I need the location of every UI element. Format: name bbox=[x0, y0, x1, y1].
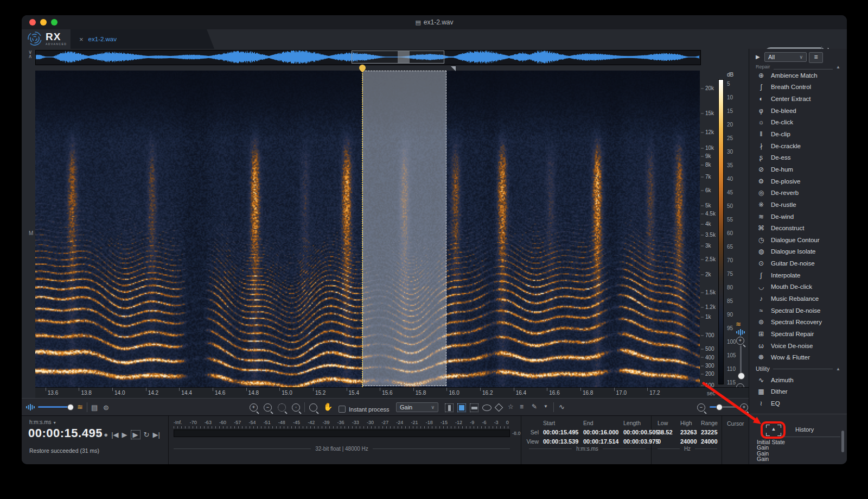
module-item-de-reverb[interactable]: ◎De-reverb bbox=[749, 187, 847, 199]
draw-tool[interactable]: ✎ bbox=[532, 403, 537, 410]
module-label: De-rustle bbox=[771, 201, 796, 208]
process-mode-value: Gain bbox=[400, 404, 412, 410]
module-item-music-rebalance[interactable]: ♪Music Rebalance bbox=[749, 293, 847, 305]
time-selection-tool[interactable] bbox=[445, 403, 454, 412]
module-item-breath-control[interactable]: ʃBreath Control bbox=[749, 81, 847, 93]
zoom-in-button[interactable]: + bbox=[250, 403, 258, 412]
time-tick-label: 16.4 bbox=[516, 390, 526, 396]
brush-tool[interactable] bbox=[495, 403, 503, 412]
previous-button[interactable]: |◀ bbox=[111, 431, 118, 438]
horizontal-zoom-out-button[interactable]: − bbox=[697, 403, 705, 412]
play-selection-button[interactable]: ▶ bbox=[131, 430, 141, 439]
horizontal-zoom-in-button[interactable]: + bbox=[740, 403, 748, 412]
history-scrollbar[interactable] bbox=[841, 431, 844, 452]
module-item-de-ess[interactable]: ʂDe-ess bbox=[749, 151, 847, 163]
magnify-tool[interactable] bbox=[309, 403, 317, 412]
vertical-zoom-knob[interactable] bbox=[738, 372, 745, 380]
tab-close-icon[interactable]: × bbox=[79, 35, 84, 43]
history-item-gain[interactable]: Gain bbox=[757, 456, 785, 462]
section-header-utility[interactable]: Utility▲ bbox=[749, 363, 847, 374]
module-item-ambience-match[interactable]: ⊕Ambience Match bbox=[749, 70, 847, 81]
harmonics-tool[interactable]: ≡ bbox=[520, 403, 524, 410]
signal-chain-icon[interactable]: ∿ bbox=[559, 403, 565, 411]
spectrogram-view[interactable] bbox=[35, 71, 700, 387]
zoom-selection-button[interactable] bbox=[278, 403, 286, 412]
instant-process-checkbox[interactable] bbox=[339, 406, 346, 413]
triangle-up-icon: ▲ bbox=[766, 427, 781, 432]
spectrogram-view-icon[interactable]: ≋ bbox=[736, 320, 741, 328]
module-item-dialogue-contour[interactable]: ◷Dialogue Contour bbox=[749, 234, 847, 246]
module-item-dialogue-isolate[interactable]: ◍Dialogue Isolate bbox=[749, 246, 847, 258]
module-item-spectral-repair[interactable]: ⊞Spectral Repair bbox=[749, 328, 847, 340]
module-item-deconstruct[interactable]: ⌘Deconstruct bbox=[749, 222, 847, 234]
module-item-interpolate[interactable]: ∫Interpolate bbox=[749, 269, 847, 281]
module-item-de-clip[interactable]: ‖De-clip bbox=[749, 128, 847, 140]
process-mode-dropdown[interactable]: Gain∨ bbox=[396, 402, 438, 412]
file-tab[interactable]: × ex1-2.wav bbox=[71, 29, 214, 49]
module-item-eq[interactable]: ≀EQ bbox=[749, 397, 847, 409]
module-item-center-extract[interactable]: ◐Center Extract bbox=[749, 93, 847, 105]
freq-tick: 300 bbox=[701, 362, 714, 368]
db-colorbar[interactable] bbox=[718, 79, 724, 384]
magic-wand-tool[interactable]: ☆ bbox=[508, 403, 514, 410]
time-selection-rect[interactable] bbox=[362, 71, 447, 386]
more-tools-dropdown[interactable]: ▼ bbox=[544, 404, 548, 409]
time-format-dropdown[interactable]: h:m:s.ms ▼ bbox=[29, 419, 56, 425]
hand-tool[interactable]: ✋ bbox=[323, 402, 333, 411]
play-button[interactable]: ▶ bbox=[122, 431, 127, 438]
module-item-de-rustle[interactable]: ※De-rustle bbox=[749, 199, 847, 211]
comments-icon[interactable]: ⊜ bbox=[103, 403, 109, 412]
blend-slider-knob[interactable] bbox=[67, 404, 74, 410]
module-item-de-plosive[interactable]: ⚙De-plosive bbox=[749, 175, 847, 187]
horizontal-zoom-knob[interactable] bbox=[716, 404, 723, 410]
module-menu-button[interactable]: ≡ bbox=[809, 52, 823, 63]
wave-spec-blend-slider[interactable] bbox=[38, 406, 74, 408]
utility-module-list: ∿Azimuth▦Dither≀EQ bbox=[749, 374, 847, 409]
history-collapse-button[interactable]: ▲ bbox=[766, 425, 781, 436]
module-item-de-click[interactable]: ☼De-click bbox=[749, 117, 847, 129]
tab-label: ex1-2.wav bbox=[88, 36, 117, 42]
module-item-spectral-recovery[interactable]: ⊚Spectral Recovery bbox=[749, 316, 847, 328]
module-item-azimuth[interactable]: ∿Azimuth bbox=[749, 374, 847, 386]
time-tick-label: 14.0 bbox=[114, 390, 125, 396]
time-frequency-selection-tool[interactable] bbox=[457, 403, 466, 412]
module-item-mouth-de-click[interactable]: ◡Mouth De-click bbox=[749, 281, 847, 293]
waveform-overview[interactable] bbox=[35, 50, 701, 65]
vertical-zoom-in-button[interactable]: + bbox=[736, 337, 744, 345]
module-item-spectral-de-noise[interactable]: ≈Spectral De-noise bbox=[749, 305, 847, 317]
module-item-de-hum[interactable]: ⊘De-hum bbox=[749, 163, 847, 175]
instant-process-toggle[interactable]: Instant process bbox=[339, 404, 390, 414]
go-to-end-button[interactable]: ▶| bbox=[152, 431, 159, 438]
lasso-tool[interactable] bbox=[482, 405, 492, 411]
waveform-view-icon[interactable] bbox=[736, 329, 745, 336]
corner-bracket-icon bbox=[766, 433, 770, 436]
monitor-button[interactable]: ∩ bbox=[95, 431, 100, 438]
frequency-selection-tool[interactable] bbox=[470, 403, 478, 412]
freq-tick: 12k bbox=[701, 129, 714, 135]
panel-collapse-handles[interactable]: ∨∧ bbox=[28, 50, 32, 59]
module-label: Azimuth bbox=[771, 377, 794, 383]
time-ruler[interactable]: sec 13.613.814.014.214.414.614.815.015.2… bbox=[35, 387, 749, 399]
wow-flutter-icon: ☸ bbox=[757, 353, 765, 361]
module-item-voice-de-noise[interactable]: ωVoice De-noise bbox=[749, 340, 847, 352]
loop-button[interactable]: ↻ bbox=[144, 431, 150, 438]
module-item-de-wind[interactable]: ≋De-wind bbox=[749, 211, 847, 223]
zoom-fit-button[interactable]: ◦ bbox=[292, 403, 300, 412]
module-item-dither[interactable]: ▦Dither bbox=[749, 386, 847, 398]
session-notes-icon[interactable]: ▤ bbox=[91, 403, 98, 412]
horizontal-zoom-slider[interactable] bbox=[710, 406, 737, 408]
module-item-de-bleed[interactable]: φDe-bleed bbox=[749, 105, 847, 117]
section-header-repair[interactable]: Repair▲ bbox=[749, 64, 847, 70]
preview-play-icon[interactable]: ▶ bbox=[756, 54, 760, 60]
module-item-guitar-de-noise[interactable]: ⊙Guitar De-noise bbox=[749, 257, 847, 269]
zoom-out-button[interactable]: − bbox=[264, 403, 272, 412]
module-item-wow-flutter[interactable]: ☸Wow & Flutter bbox=[749, 351, 847, 363]
module-item-de-crackle[interactable]: ∤De-crackle bbox=[749, 140, 847, 152]
record-button[interactable]: ● bbox=[104, 431, 108, 438]
frequency-unit-text: Hz bbox=[684, 446, 691, 452]
vertical-zoom-slider[interactable] bbox=[740, 345, 742, 376]
module-filter-dropdown[interactable]: All∨ bbox=[764, 52, 807, 62]
module-label: Breath Control bbox=[771, 84, 811, 90]
overview-view-region[interactable] bbox=[352, 50, 444, 64]
meter-tick-label: -39 bbox=[322, 420, 329, 425]
